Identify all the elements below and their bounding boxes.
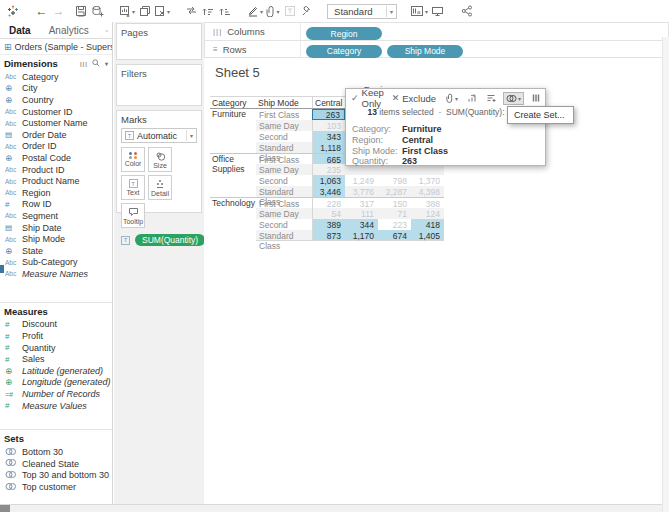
row-header-first-class[interactable]: First Class	[256, 153, 312, 164]
dimension-customer-name[interactable]: AbcCustomer Name	[0, 117, 112, 129]
share-icon[interactable]	[458, 2, 475, 20]
table-cell[interactable]: 1,370	[411, 175, 444, 186]
table-cell[interactable]: 343	[312, 131, 345, 142]
text-button[interactable]: TText	[121, 175, 145, 200]
table-cell[interactable]: 674	[378, 230, 411, 241]
exclude-button[interactable]: Exclude	[402, 93, 436, 104]
table-cell[interactable]: 124	[411, 208, 444, 219]
table-cell[interactable]: 3,446	[312, 186, 345, 197]
dimension-order-date[interactable]: ▤Order Date	[0, 129, 112, 141]
search-icon[interactable]	[92, 58, 100, 69]
table-cell[interactable]: 418	[411, 219, 444, 230]
table-cell[interactable]: 1,063	[312, 175, 345, 186]
fix-axes-icon[interactable]	[298, 2, 315, 20]
tooltip-button[interactable]: Tooltip	[121, 203, 145, 228]
table-cell[interactable]: 54	[312, 208, 345, 219]
dimension-category[interactable]: AbcCategory	[0, 71, 112, 83]
measure-discount[interactable]: #Discount	[0, 319, 112, 331]
sort-descending-icon[interactable]	[217, 2, 234, 20]
presentation-mode-icon[interactable]	[429, 2, 446, 20]
table-cell[interactable]: 235	[312, 164, 345, 175]
table-cell[interactable]: 4,398	[411, 186, 444, 197]
measure-sales[interactable]: #Sales	[0, 353, 112, 365]
dimension-postal-code[interactable]: ⊕Postal Code	[0, 152, 112, 164]
row-header-same-day[interactable]: Same Day	[256, 120, 312, 131]
table-cell[interactable]: 1,170	[345, 230, 378, 241]
table-cell[interactable]: 344	[345, 219, 378, 230]
row-header-same-day[interactable]: Same Day	[256, 208, 312, 219]
add-data-source-icon[interactable]	[89, 2, 106, 20]
dimension-product-id[interactable]: AbcProduct ID	[0, 164, 112, 176]
dimension-customer-id[interactable]: AbcCustomer ID	[0, 106, 112, 118]
dimensions-menu-caret-icon[interactable]: ▾	[105, 60, 108, 67]
table-cell[interactable]: 150	[378, 197, 411, 208]
fit-selector[interactable]: Standard ▾	[327, 4, 397, 19]
dimension-row-id[interactable]: #Row ID	[0, 199, 112, 211]
dimension-segment[interactable]: AbcSegment	[0, 210, 112, 222]
pill-region[interactable]: Region	[306, 27, 382, 40]
table-cell[interactable]: 71	[378, 208, 411, 219]
table-cell[interactable]: 2,287	[378, 186, 411, 197]
clear-sheet-caret-icon[interactable]: ▾	[167, 8, 170, 15]
size-button[interactable]: Size	[148, 147, 172, 172]
pill-ship-mode[interactable]: Ship Mode	[387, 45, 463, 58]
row-header-same-day[interactable]: Same Day	[256, 164, 312, 175]
column-header-ship-mode[interactable]: Ship Mode	[256, 96, 312, 109]
save-icon[interactable]	[72, 2, 89, 20]
dimension-measure-names[interactable]: AbcMeasure Names	[0, 268, 112, 280]
rows-shelf[interactable]: ≡ Rows CategoryShip Mode	[204, 40, 669, 58]
highlight-caret-icon[interactable]: ▾	[260, 8, 263, 15]
table-cell[interactable]: 873	[312, 230, 345, 241]
row-header-second-class[interactable]: Second Class	[256, 175, 312, 186]
row-header-standard-class[interactable]: Standard Class	[256, 142, 312, 153]
measure-quantity[interactable]: #Quantity	[0, 342, 112, 354]
detail-button[interactable]: Detail	[148, 175, 172, 200]
highlight-icon[interactable]: ▾	[246, 2, 264, 20]
table-cell[interactable]: 103	[312, 120, 345, 131]
tab-data[interactable]: Data	[0, 25, 40, 36]
set-top-customer[interactable]: Top customer	[0, 481, 112, 493]
undo-button[interactable]: ←	[33, 2, 50, 20]
table-cell[interactable]: 223	[378, 219, 411, 230]
measure-measure-values[interactable]: #Measure Values	[0, 400, 112, 412]
datasource-row[interactable]: ⊞ Orders (Sample - Supers...	[0, 39, 112, 55]
clear-sheet-icon[interactable]: ▾	[153, 2, 171, 20]
keep-only-button[interactable]: Keep Only	[362, 87, 384, 109]
table-cell[interactable]: 3,776	[345, 186, 378, 197]
row-header-technology[interactable]: Technology	[210, 197, 256, 241]
create-set-icon[interactable]: ▾	[503, 92, 524, 105]
set-top-30-and-bottom-30[interactable]: Top 30 and bottom 30	[0, 470, 112, 482]
dimension-state[interactable]: ⊕State	[0, 245, 112, 257]
tab-analytics[interactable]: Analytics	[40, 25, 98, 36]
new-worksheet-icon[interactable]: ▾	[118, 2, 136, 20]
annotate-icon[interactable]	[484, 92, 498, 104]
swap-axes-icon[interactable]	[183, 2, 200, 20]
pill-category[interactable]: Category	[306, 45, 382, 58]
dimension-country[interactable]: ⊕Country	[0, 94, 112, 106]
row-header-first-class[interactable]: First Class	[256, 109, 312, 120]
dimension-city[interactable]: ⊕City	[0, 83, 112, 95]
table-cell[interactable]: 1,249	[345, 175, 378, 186]
view-as-columns-icon[interactable]: |||	[80, 61, 88, 67]
table-cell[interactable]: 1,405	[411, 230, 444, 241]
measure-longitude-generated-[interactable]: ⊕Longitude (generated)	[0, 377, 112, 389]
row-header-standard-class[interactable]: Standard Class	[256, 230, 312, 241]
columns-shelf[interactable]: ||| Columns Region	[204, 22, 669, 40]
dimension-ship-date[interactable]: ▤Ship Date	[0, 222, 112, 234]
dimension-sub-category[interactable]: AbcSub-Category	[0, 257, 112, 269]
show-mark-labels-icon[interactable]	[281, 2, 298, 20]
vertical-scrollbar[interactable]	[662, 37, 669, 512]
measure-number-of-records[interactable]: =#Number of Records	[0, 388, 112, 400]
table-cell[interactable]: 111	[345, 208, 378, 219]
table-cell[interactable]: 388	[411, 197, 444, 208]
column-header-category[interactable]: Category	[210, 96, 256, 109]
sort-promote-icon[interactable]	[465, 92, 479, 104]
group-members-tooltip-icon[interactable]: ▾	[444, 92, 460, 104]
new-worksheet-caret-icon[interactable]: ▾	[132, 8, 135, 15]
table-cell[interactable]: 263	[312, 109, 345, 120]
sort-ascending-icon[interactable]	[200, 2, 217, 20]
table-cell[interactable]: 798	[378, 175, 411, 186]
dimension-order-id[interactable]: AbcOrder ID	[0, 141, 112, 153]
column-header-central[interactable]: Central	[312, 96, 345, 109]
group-members-icon[interactable]: ▾	[264, 2, 281, 20]
